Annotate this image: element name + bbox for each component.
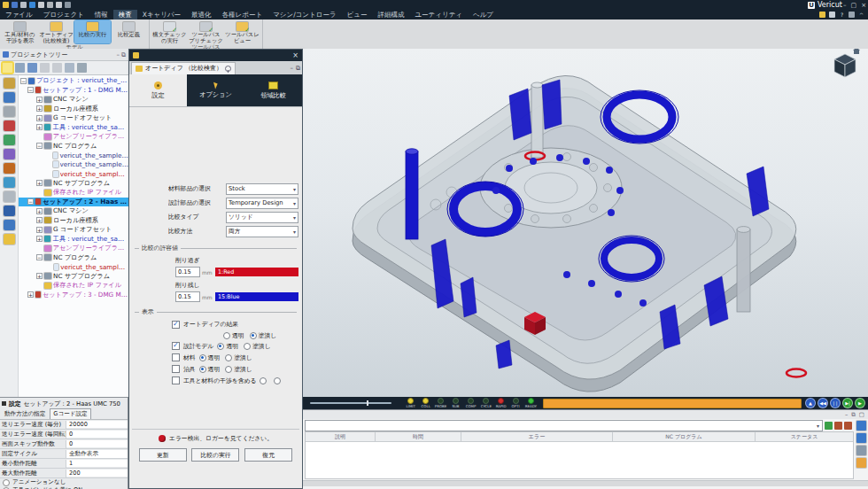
panel-float-icon[interactable]: ⧉ bbox=[121, 51, 126, 58]
tree-expander-icon[interactable]: + bbox=[36, 236, 43, 242]
tree-shortcut-icon[interactable] bbox=[4, 135, 15, 145]
add-component-icon[interactable] bbox=[27, 63, 37, 73]
tree-expander-icon[interactable]: + bbox=[36, 217, 43, 223]
tree-item[interactable]: vericut_the_sample_cam_2.nc bbox=[19, 262, 128, 272]
playback-button[interactable]: ▶| bbox=[842, 398, 853, 408]
tree-expander-icon[interactable]: − bbox=[36, 254, 43, 260]
menu-item[interactable]: Xキャリパー bbox=[137, 10, 186, 19]
menu-item[interactable]: 最適化 bbox=[186, 10, 217, 19]
tree-expander-icon[interactable]: + bbox=[36, 115, 43, 121]
tab-options[interactable]: オプション bbox=[187, 74, 244, 106]
tree-item[interactable]: vericut_the_sample_additive.mpf bbox=[19, 151, 128, 160]
menu-item[interactable]: プロジェクト bbox=[38, 10, 89, 19]
tree-item[interactable]: vericut_the_sample_cam_1.mpf bbox=[19, 169, 128, 179]
dropdown-select[interactable]: Stock▾ bbox=[226, 183, 298, 195]
log-action-icon[interactable] bbox=[834, 422, 842, 430]
collapse-ribbon-icon[interactable]: ^ bbox=[858, 12, 864, 18]
tab-region-compare[interactable]: 領域比較 bbox=[244, 74, 302, 106]
menu-item[interactable]: ヘルプ bbox=[468, 10, 499, 19]
log-column-header[interactable]: エラー bbox=[461, 432, 613, 441]
tree-item[interactable]: + CNC マシン bbox=[19, 206, 128, 216]
tree-expander-icon[interactable]: + bbox=[36, 124, 43, 130]
tree-item[interactable]: + 工具 : vericut_the_sample bbox=[19, 235, 128, 244]
redo-icon[interactable] bbox=[52, 63, 62, 73]
radio-filled[interactable] bbox=[225, 354, 232, 361]
quick-access-icon[interactable] bbox=[47, 2, 53, 8]
checkbox[interactable] bbox=[172, 342, 180, 350]
menu-item[interactable]: 詳細構成 bbox=[372, 10, 409, 19]
tree-expander-icon[interactable]: + bbox=[36, 273, 43, 279]
help-icon[interactable]: ? bbox=[839, 12, 845, 18]
log-side-icon[interactable] bbox=[856, 446, 866, 455]
radio-filled[interactable] bbox=[250, 332, 257, 339]
tree-item[interactable]: − セットアップ : 2 - Haas UMC 750 bbox=[19, 198, 128, 207]
checkbox[interactable] bbox=[172, 353, 180, 361]
log-side-icon[interactable] bbox=[856, 421, 866, 431]
log-column-header[interactable]: ステータス bbox=[756, 432, 853, 441]
tree-item[interactable]: + NC サブプログラム bbox=[19, 179, 128, 189]
radio-transparent[interactable] bbox=[260, 377, 267, 384]
progress-slider[interactable] bbox=[310, 402, 391, 404]
tree-item[interactable]: 保存された IP ファイル bbox=[19, 188, 128, 198]
ribbon-button[interactable]: 比較の実行 bbox=[74, 20, 111, 43]
tree-shortcut-icon[interactable] bbox=[4, 234, 15, 244]
quick-access-icon[interactable] bbox=[56, 2, 62, 8]
log-filter-dropdown[interactable]: ▾ bbox=[305, 420, 823, 431]
tolerance-input[interactable]: 0.15 bbox=[175, 291, 200, 302]
quick-access-icon[interactable] bbox=[12, 2, 18, 8]
tree-expander-icon[interactable]: + bbox=[27, 291, 34, 298]
dropdown-select[interactable]: ソリッド▾ bbox=[226, 212, 298, 223]
viewport-3d[interactable] bbox=[303, 49, 868, 397]
playback-button[interactable]: | | bbox=[830, 398, 841, 408]
tree-expander-icon[interactable]: + bbox=[36, 227, 43, 233]
tree-shortcut-icon[interactable] bbox=[4, 78, 15, 89]
menu-item[interactable]: 検査 bbox=[113, 10, 137, 19]
tree-item[interactable]: アセンブリーライブラリー bbox=[19, 244, 128, 253]
tree-expander-icon[interactable]: − bbox=[27, 87, 34, 93]
menu-item[interactable]: 各種レポート bbox=[217, 10, 268, 19]
tree-expander-icon[interactable]: + bbox=[36, 105, 43, 112]
quick-access-icon[interactable] bbox=[3, 2, 9, 8]
settings-value-input[interactable]: 0 bbox=[66, 431, 128, 438]
tree-item[interactable]: + G コードオフセット bbox=[19, 113, 128, 123]
dialog-doc-tab[interactable]: オートディフ （比較検査） bbox=[131, 62, 236, 74]
quick-access-icon[interactable] bbox=[20, 2, 27, 8]
ribbon-button[interactable]: ✓ ツールパス プリチェック bbox=[188, 20, 224, 43]
tree-item[interactable]: + セットアップ : 3 - DMG MORI DMU50 bbox=[19, 291, 128, 300]
restore-button[interactable]: 復元 bbox=[244, 448, 292, 462]
tolerance-input[interactable]: 0.15 bbox=[175, 267, 200, 277]
machine-view-icon[interactable] bbox=[15, 63, 25, 73]
tolerance-color-bar[interactable]: 1:Red bbox=[215, 268, 298, 276]
undo-icon[interactable] bbox=[40, 63, 50, 73]
tree-item[interactable]: アセンブリーライブラリー bbox=[19, 132, 128, 142]
tree-expander-icon[interactable]: + bbox=[36, 180, 43, 186]
pin-icon[interactable] bbox=[225, 66, 231, 72]
checkbox[interactable] bbox=[172, 365, 180, 373]
log-column-header[interactable]: 説明 bbox=[306, 432, 376, 441]
settings-value-input[interactable]: 0 bbox=[66, 440, 128, 447]
settings-value-input[interactable]: 全動作表示 bbox=[66, 450, 128, 458]
tree-shortcut-icon[interactable] bbox=[4, 149, 15, 159]
log-side-icon[interactable] bbox=[856, 433, 866, 443]
tree-expander-icon[interactable]: − bbox=[36, 143, 43, 149]
menu-item[interactable]: ファイル bbox=[0, 10, 38, 19]
close-button[interactable]: × bbox=[861, 2, 866, 9]
playback-button[interactable]: ◀◀ bbox=[818, 398, 828, 408]
tree-item[interactable]: − NC プログラム bbox=[19, 142, 128, 151]
feedback-icon[interactable] bbox=[819, 12, 825, 18]
playback-button[interactable]: ▶ bbox=[855, 398, 865, 408]
playback-button[interactable]: ▲ bbox=[805, 398, 816, 408]
radio-filled[interactable] bbox=[274, 377, 281, 384]
tree-expander-icon[interactable]: − bbox=[27, 198, 34, 205]
tree-shortcut-icon[interactable] bbox=[4, 191, 15, 202]
dropdown-select[interactable]: Temporary Design▾ bbox=[226, 198, 298, 209]
checkbox[interactable] bbox=[172, 321, 180, 329]
menu-item[interactable]: マシン/コントローラ bbox=[267, 10, 341, 19]
log-side-icon[interactable] bbox=[856, 458, 866, 468]
tree-item[interactable]: + G コードオフセット bbox=[19, 225, 128, 235]
tree-expander-icon[interactable]: + bbox=[36, 208, 43, 214]
tree-item[interactable]: + NC サブプログラム bbox=[19, 272, 128, 282]
gear-icon[interactable] bbox=[849, 12, 855, 18]
tree-shortcut-icon[interactable] bbox=[4, 163, 15, 174]
search-icon[interactable] bbox=[77, 63, 87, 73]
